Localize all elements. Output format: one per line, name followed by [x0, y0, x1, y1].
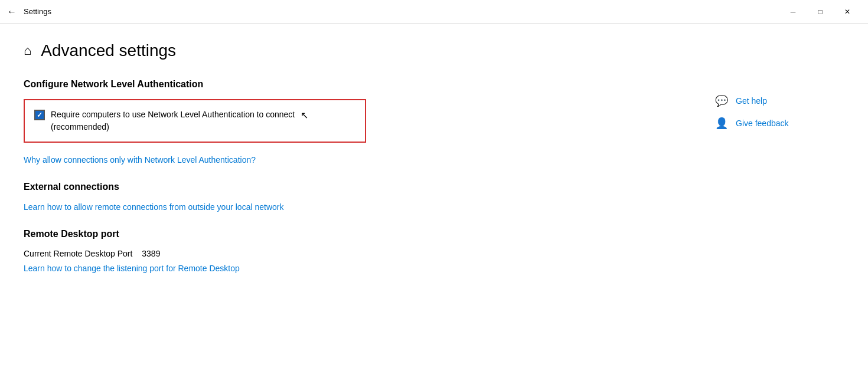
home-icon: ⌂ [24, 43, 31, 58]
close-button[interactable]: ✕ [834, 0, 861, 24]
nla-section-title: Configure Network Level Authentication [24, 79, 679, 90]
external-connections-link[interactable]: Learn how to allow remote connections fr… [24, 202, 283, 212]
give-feedback-link[interactable]: Give feedback [736, 119, 789, 128]
rdp-port-title: Remote Desktop port [24, 229, 679, 239]
external-connections-title: External connections [24, 182, 679, 192]
title-bar-left: ← Settings [7, 6, 51, 17]
minimize-button[interactable]: ─ [779, 0, 807, 24]
give-feedback-icon: 👤 [714, 117, 729, 130]
nla-checkbox-label: Require computers to use Network Level A… [51, 109, 295, 133]
cursor-indicator: ↖ [301, 110, 308, 121]
sidebar-item-give-feedback[interactable]: 👤 Give feedback [714, 117, 850, 130]
rdp-port-section: Remote Desktop port Current Remote Deskt… [24, 229, 679, 274]
external-connections-section: External connections Learn how to allow … [24, 182, 679, 212]
page-title: Advanced settings [41, 41, 176, 60]
nla-help-link[interactable]: Why allow connections only with Network … [24, 155, 256, 165]
page-header: ⌂ Advanced settings [24, 41, 679, 60]
nla-section: Configure Network Level Authentication R… [24, 79, 679, 165]
title-bar-controls: ─ □ ✕ [779, 0, 861, 24]
title-bar: ← Settings ─ □ ✕ [0, 0, 868, 24]
get-help-link[interactable]: Get help [736, 96, 767, 106]
sidebar: 💬 Get help 👤 Give feedback [703, 24, 868, 378]
rdp-port-link[interactable]: Learn how to change the listening port f… [24, 264, 240, 273]
main-content: ⌂ Advanced settings Configure Network Le… [0, 24, 868, 378]
port-value: 3389 [142, 249, 160, 258]
get-help-icon: 💬 [714, 94, 729, 107]
nla-checkbox-container[interactable]: Require computers to use Network Level A… [24, 99, 366, 143]
nla-checkbox[interactable] [34, 110, 45, 120]
title-bar-title: Settings [24, 7, 51, 16]
sidebar-item-get-help[interactable]: 💬 Get help [714, 94, 850, 107]
maximize-button[interactable]: □ [807, 0, 834, 24]
port-info: Current Remote Desktop Port 3389 [24, 249, 679, 258]
back-button[interactable]: ← [7, 6, 17, 17]
content-area: ⌂ Advanced settings Configure Network Le… [0, 24, 703, 378]
